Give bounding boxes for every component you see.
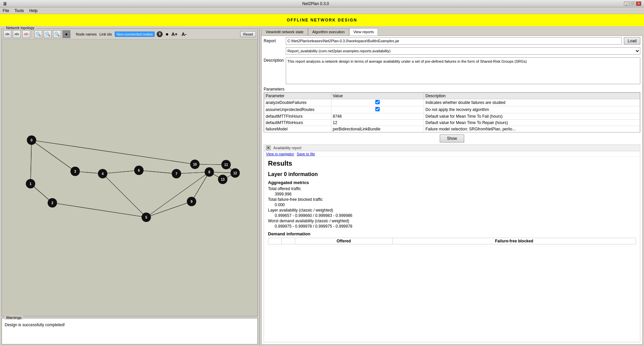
- menu-tools[interactable]: Tools: [13, 8, 25, 14]
- results-h1: Results: [268, 160, 636, 167]
- left-panel: Network topology </> </> </> 🔍 🔍 🔍 ● Nod…: [0, 27, 260, 346]
- code-btn-3[interactable]: </>: [22, 30, 30, 38]
- svg-line-7: [52, 203, 146, 217]
- total-offered-value: 3999.996: [275, 192, 636, 196]
- desc-cell: Failure model selection: SRGfromNetPlan,…: [424, 126, 640, 132]
- results-content: Results Layer 0 information Aggregated m…: [264, 157, 640, 247]
- node-10[interactable]: 10: [190, 160, 200, 169]
- node-6[interactable]: 6: [134, 166, 144, 175]
- value-cell: [331, 106, 424, 113]
- svg-line-11: [103, 170, 139, 174]
- parameters-label: Parameters: [262, 85, 642, 92]
- checkbox-1[interactable]: [375, 107, 380, 111]
- menu-help[interactable]: Help: [28, 8, 39, 14]
- close-btn[interactable]: ✕: [636, 1, 641, 6]
- svg-line-13: [139, 170, 176, 174]
- tab-algorithm[interactable]: Algorithm execution: [308, 28, 349, 36]
- param-row[interactable]: assumeUnprotectedRoutes Do not apply the…: [264, 106, 640, 113]
- right-panel: View/edit network state Algorithm execut…: [260, 27, 644, 346]
- node-0[interactable]: 0: [27, 135, 36, 145]
- reset-btn[interactable]: Reset: [240, 31, 256, 37]
- menu-bar: File Tools Help: [0, 7, 644, 14]
- param-row[interactable]: defaultMTTRInHours 12 Default value for …: [264, 120, 640, 126]
- value-cell: 8748: [331, 113, 424, 120]
- node-7[interactable]: 7: [172, 169, 181, 178]
- node-3[interactable]: 3: [70, 167, 80, 176]
- save-to-file-link[interactable]: Save to file: [297, 152, 315, 156]
- close-icon: ✕: [267, 146, 270, 150]
- report-tab-close-btn[interactable]: ✕: [266, 146, 271, 150]
- svg-line-28: [103, 174, 146, 217]
- col-desc: Description: [424, 93, 640, 99]
- show-button[interactable]: Show: [440, 134, 464, 142]
- demand-table: Offered Failure-free blocked: [268, 238, 636, 244]
- svg-line-27: [32, 140, 195, 164]
- param-cell: defaultMTTRInHours: [264, 120, 331, 126]
- desc-cell: Remove protection segments from the netw…: [424, 132, 640, 133]
- zoom-extra-btn[interactable]: ●: [62, 30, 70, 38]
- demand-col-blocked: Failure-free blocked: [392, 238, 636, 244]
- param-row[interactable]: omitProtectionSegments Remove protection…: [264, 132, 640, 133]
- zoom-out-btn[interactable]: 🔍: [44, 30, 52, 38]
- node-12[interactable]: 12: [230, 168, 240, 178]
- checkbox-0[interactable]: [375, 100, 380, 104]
- layer-avail-label: Layer availability (classic / weighted): [268, 208, 636, 213]
- topology-toolbar: </> </> </> 🔍 🔍 🔍 ● Node names Link ids …: [2, 29, 257, 40]
- description-text: This report analyzes a network design in…: [286, 57, 640, 84]
- param-cell: failureModel: [264, 126, 331, 132]
- topology-title: Network topology: [5, 26, 36, 30]
- node-1[interactable]: 1: [26, 179, 35, 188]
- window-controls[interactable]: _ □ ✕: [624, 1, 641, 6]
- tab-view-edit[interactable]: View/edit network state: [261, 28, 308, 36]
- main-content: Network topology </> </> </> 🔍 🔍 🔍 ● Nod…: [0, 27, 644, 346]
- node-5[interactable]: 5: [142, 213, 151, 222]
- param-row[interactable]: analyzeDoubleFailures Indicates whether …: [264, 99, 640, 106]
- report-dropdown[interactable]: Report_availability (com.net2plan.exampl…: [286, 47, 640, 55]
- show-btn-row: Show: [262, 132, 642, 145]
- view-in-navigator-link[interactable]: View in navigator: [266, 152, 294, 156]
- non-connected-label[interactable]: Non-connected nodes: [115, 32, 155, 37]
- code-btn-2[interactable]: </>: [13, 30, 21, 38]
- param-cell: analyzeDoubleFailures: [264, 99, 331, 106]
- demand-col-offered: Offered: [295, 238, 393, 244]
- zoom-fit-btn[interactable]: 🔍: [53, 30, 61, 38]
- demand-col-1: [282, 238, 295, 244]
- menu-file[interactable]: File: [1, 8, 10, 14]
- value-cell: perBidirectionalLinkBundle: [331, 126, 424, 132]
- node-9[interactable]: 9: [187, 197, 196, 206]
- non-connected-count: 0: [157, 31, 163, 37]
- report-path-input[interactable]: [286, 37, 622, 45]
- topology-section: Network topology </> </> </> 🔍 🔍 🔍 ● Nod…: [1, 28, 258, 316]
- description-row: Description This report analyzes a netwo…: [262, 56, 642, 85]
- font-plus-btn[interactable]: A+: [170, 32, 179, 37]
- tab-view-reports[interactable]: View reports: [349, 28, 378, 36]
- font-minus-btn[interactable]: A-: [180, 32, 188, 37]
- svg-line-29: [146, 172, 209, 217]
- param-cell: defaultMTTFInHours: [264, 113, 331, 120]
- param-row[interactable]: defaultMTTFInHours 8748 Default value fo…: [264, 113, 640, 120]
- node-11[interactable]: 11: [221, 160, 231, 169]
- svg-line-1: [32, 140, 75, 171]
- link-ids-label: Link ids: [99, 32, 112, 36]
- dot-icon: ●: [165, 31, 169, 37]
- node-8[interactable]: 8: [205, 167, 214, 177]
- tabs-bar: View/edit network state Algorithm execut…: [261, 28, 643, 36]
- layer-info-h2: Layer 0 information: [268, 171, 636, 177]
- report-tab-bar: ✕ Availability report: [264, 145, 640, 151]
- param-row[interactable]: failureModel perBidirectionalLinkBundle …: [264, 126, 640, 132]
- report-path-row: Report Load: [262, 36, 642, 46]
- node-13[interactable]: 13: [218, 175, 227, 184]
- minimize-btn[interactable]: _: [624, 1, 629, 6]
- warnings-content: Design is successfully completed!: [2, 320, 257, 330]
- right-content-panel: Report Load Report_availability (com.net…: [261, 36, 643, 345]
- node-4[interactable]: 4: [98, 169, 107, 178]
- warnings-title: Warnings: [5, 315, 23, 320]
- load-button[interactable]: Load: [624, 37, 640, 45]
- node-2[interactable]: 2: [48, 198, 57, 208]
- warnings-section: Warnings Design is successfully complete…: [1, 318, 258, 345]
- title-bar-icon: 🖥: [3, 1, 7, 6]
- zoom-in-btn[interactable]: 🔍: [34, 30, 42, 38]
- code-btn-1[interactable]: </>: [3, 30, 11, 38]
- maximize-btn[interactable]: □: [630, 1, 635, 6]
- value-cell: [331, 132, 424, 133]
